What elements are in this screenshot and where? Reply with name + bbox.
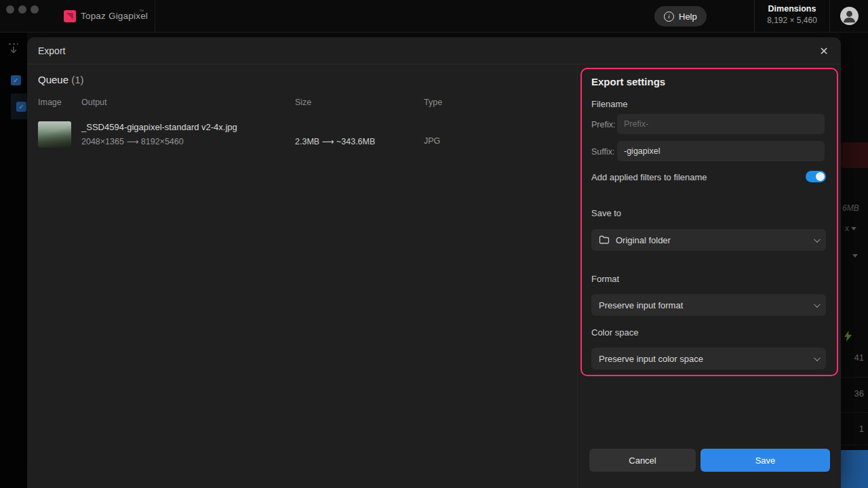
dimensions-value: 8,192 × 5,460 (755, 16, 829, 25)
titlebar: Topaz Gigapixel ™ i Help Dimensions 8,19… (0, 0, 868, 33)
dialog-title: Export (38, 45, 65, 56)
help-button[interactable]: i Help (654, 6, 707, 26)
divider (155, 0, 155, 33)
window-close-button[interactable] (6, 5, 14, 14)
info-icon: i (664, 12, 674, 22)
save-to-dropdown[interactable]: Original folder (591, 229, 826, 251)
window-zoom-button[interactable] (31, 5, 39, 14)
folder-icon (599, 235, 610, 245)
queue-row-filename: _SSD4594-gigapixel-standard v2-4x.jpg (81, 122, 237, 132)
column-header-size: Size (295, 98, 311, 107)
filters-toggle[interactable] (806, 171, 826, 182)
prefix-label: Prefix: (591, 120, 615, 129)
suffix-label: Suffix: (591, 147, 615, 157)
account-avatar[interactable] (840, 7, 859, 25)
dimensions-readout: Dimensions 8,192 × 5,460 (754, 0, 830, 33)
save-to-value: Original folder (616, 235, 814, 245)
format-value: Preserve input format (599, 300, 814, 310)
queue-row-size: 2.3MB ⟶ ~343.6MB (295, 136, 375, 146)
export-dialog-header: Export ✕ (27, 37, 841, 64)
color-space-value: Preserve input color space (599, 354, 814, 364)
topaz-logo-icon (64, 10, 76, 22)
column-header-type: Type (424, 98, 442, 107)
help-button-label: Help (679, 12, 697, 22)
dimensions-label: Dimensions (755, 4, 829, 14)
divider (577, 64, 578, 488)
save-to-label: Save to (591, 208, 621, 218)
export-dialog: Export ✕ Queue (1) Image Output Size Typ… (27, 37, 841, 488)
suffix-input[interactable] (617, 141, 825, 161)
chevron-down-icon (814, 301, 821, 308)
format-dropdown[interactable]: Preserve input format (591, 294, 826, 316)
filters-toggle-label: Add applied filters to filename (591, 172, 707, 182)
chevron-down-icon (814, 354, 821, 361)
queue-row-type: JPG (424, 136, 440, 146)
queue-heading: Queue (1) (38, 74, 84, 85)
filename-section-label: Filename (591, 99, 627, 109)
color-space-label: Color space (591, 327, 638, 338)
settings-heading: Export settings (591, 76, 665, 87)
color-space-dropdown[interactable]: Preserve input color space (591, 348, 826, 369)
export-settings-panel: Export settings Filename Prefix: Suffix:… (580, 68, 838, 376)
queue-row-resolution: 2048×1365 ⟶ 8192×5460 (81, 136, 184, 146)
close-icon[interactable]: ✕ (816, 43, 831, 58)
prefix-input[interactable] (617, 114, 825, 134)
cancel-button[interactable]: Cancel (589, 449, 696, 472)
chevron-down-icon (814, 236, 821, 243)
app-title: Topaz Gigapixel (81, 11, 148, 21)
window-minimize-button[interactable] (18, 5, 26, 14)
format-label: Format (591, 274, 619, 284)
toggle-knob (816, 172, 825, 181)
queue-row-thumbnail (38, 121, 71, 148)
trademark-mark: ™ (139, 9, 144, 14)
queue-heading-text: Queue (38, 74, 68, 85)
column-header-output: Output (81, 98, 107, 107)
queue-count: (1) (71, 74, 83, 85)
app-window: ✓ ✓ 6MB x 41 36 1 Topaz Gigapixel ™ i He… (0, 0, 868, 488)
save-button[interactable]: Save (701, 449, 830, 472)
column-header-image: Image (38, 98, 62, 107)
